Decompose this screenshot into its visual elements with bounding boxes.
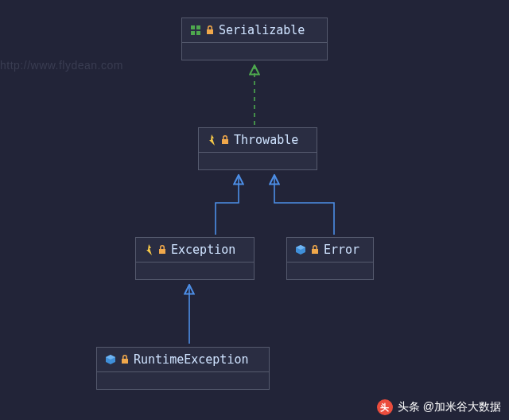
node-body bbox=[182, 42, 327, 60]
node-label: Serializable bbox=[219, 23, 305, 37]
node-serializable: Serializable bbox=[181, 18, 328, 60]
node-error: Error bbox=[286, 237, 374, 280]
attribution: 头 头条 @加米谷大数据 bbox=[377, 399, 501, 415]
class-icon bbox=[295, 244, 306, 255]
node-throwable: Throwable bbox=[198, 127, 317, 170]
class-icon bbox=[105, 354, 116, 365]
abstract-class-icon bbox=[144, 244, 153, 255]
edge-exception-throwable bbox=[216, 175, 239, 235]
attribution-badge-icon: 头 bbox=[377, 399, 393, 415]
svg-rect-3 bbox=[196, 31, 200, 35]
attribution-label: 头条 @加米谷大数据 bbox=[398, 400, 501, 414]
svg-rect-0 bbox=[191, 25, 195, 29]
edge-error-throwable bbox=[274, 175, 334, 235]
lock-icon bbox=[311, 245, 319, 255]
svg-rect-1 bbox=[196, 25, 200, 29]
interface-icon bbox=[190, 25, 201, 36]
node-body bbox=[136, 262, 254, 279]
node-label: Error bbox=[324, 243, 359, 257]
watermark-text: http://www.flydean.com bbox=[0, 59, 123, 72]
node-body bbox=[199, 152, 317, 169]
node-body bbox=[287, 262, 373, 279]
node-label: Exception bbox=[171, 243, 235, 257]
lock-icon bbox=[121, 355, 129, 364]
lock-icon bbox=[221, 135, 229, 145]
svg-rect-2 bbox=[191, 31, 195, 35]
node-runtime-exception: RuntimeException bbox=[96, 347, 270, 390]
lock-icon bbox=[158, 245, 166, 255]
node-label: Throwable bbox=[234, 133, 298, 147]
node-exception: Exception bbox=[135, 237, 254, 280]
lock-icon bbox=[206, 25, 214, 35]
abstract-class-icon bbox=[207, 134, 216, 146]
node-body bbox=[97, 371, 269, 389]
node-label: RuntimeException bbox=[134, 352, 249, 367]
